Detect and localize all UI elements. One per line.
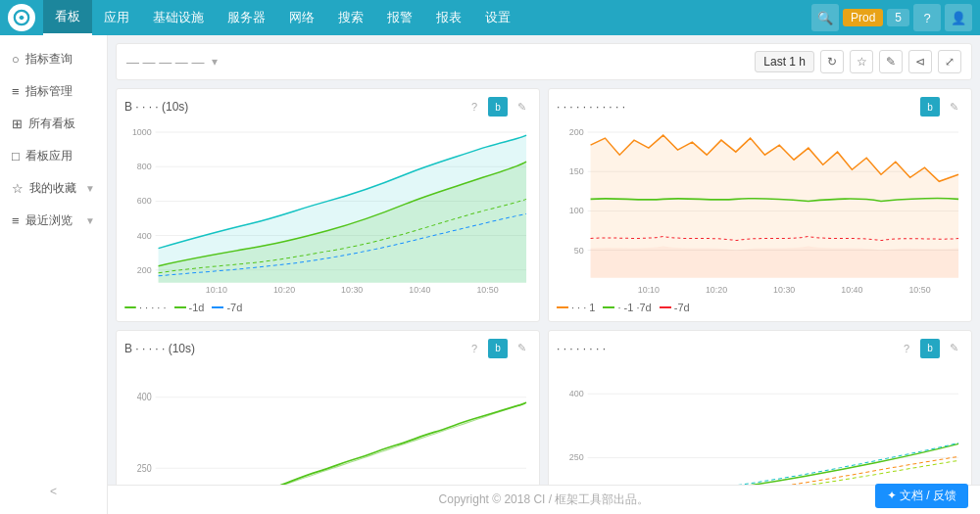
nav-item-settings[interactable]: 设置 <box>473 0 522 35</box>
legend-label: -7d <box>674 302 690 313</box>
chart-header-3: B · · · · · (10s) ? b ✎ <box>124 339 531 358</box>
legend-item: · · · 1 <box>557 302 595 313</box>
sidebar-item-label: 我的收藏 <box>29 180 79 197</box>
chart-help-button-1[interactable]: ? <box>465 97 484 117</box>
sidebar-item-all-boards[interactable]: ⊞ 所有看板 <box>0 108 107 140</box>
chart-title-3: B · · · · · (10s) <box>124 342 195 355</box>
svg-text:100: 100 <box>569 206 584 215</box>
svg-text:150: 150 <box>569 166 584 176</box>
monitor-icon: □ <box>12 149 20 164</box>
refresh-button[interactable]: ↻ <box>820 50 844 73</box>
chart-title-1: B · · · · (10s) <box>124 100 188 114</box>
share-button[interactable]: ⊲ <box>908 50 932 73</box>
chart-edit-button-4[interactable]: ✎ <box>944 339 963 358</box>
chart-title-4: · · · · · · · · <box>557 342 606 355</box>
svg-text:200: 200 <box>137 265 152 275</box>
svg-text:800: 800 <box>137 162 152 171</box>
sidebar: ○ 指标查询 ≡ 指标管理 ⊞ 所有看板 □ 看板应用 ☆ 我的收藏 ▼ ≡ 最… <box>0 35 108 514</box>
charts-grid: B · · · · (10s) ? b ✎ 1000 800 600 400 2 <box>116 88 972 514</box>
chart-legend-1: · · · · · -1d -7d <box>124 302 531 313</box>
legend-label: · -1 ·7d <box>617 302 651 313</box>
svg-text:10:30: 10:30 <box>341 285 363 295</box>
nav-item-infra[interactable]: 基础设施 <box>141 0 216 35</box>
app-layout: ○ 指标查询 ≡ 指标管理 ⊞ 所有看板 □ 看板应用 ☆ 我的收藏 ▼ ≡ 最… <box>0 35 980 514</box>
legend-color <box>603 306 614 308</box>
legend-color <box>174 306 186 308</box>
nav-item-network[interactable]: 网络 <box>277 0 326 35</box>
nav-item-alert[interactable]: 报警 <box>375 0 424 35</box>
chart-header-2: · · · · · · · · · · · b ✎ <box>557 97 963 117</box>
sidebar-item-label: 最近浏览 <box>25 212 80 229</box>
chevron-down-icon: ▼ <box>85 215 95 226</box>
chart-edit-button-2[interactable]: ✎ <box>944 97 963 117</box>
list-icon: ≡ <box>12 84 20 99</box>
sidebar-item-label: 所有看板 <box>28 116 95 132</box>
sidebar-item-board-apps[interactable]: □ 看板应用 <box>0 140 107 172</box>
sidebar-item-favorites[interactable]: ☆ 我的收藏 ▼ <box>0 172 107 205</box>
nav-item-dashboard[interactable]: 看板 <box>43 0 92 35</box>
legend-color <box>557 306 568 308</box>
legend-item: -1d <box>174 302 205 313</box>
dropdown-icon[interactable]: ▾ <box>212 55 218 69</box>
legend-color <box>660 306 671 308</box>
star-button[interactable]: ☆ <box>850 50 873 73</box>
notification-badge[interactable]: 5 <box>887 9 909 26</box>
help-button[interactable]: ? <box>913 4 941 31</box>
legend-item: -7d <box>212 302 242 313</box>
time-range-selector[interactable]: Last 1 h <box>755 51 814 72</box>
chart-actions-1: ? b ✎ <box>465 97 531 117</box>
svg-text:10:10: 10:10 <box>206 285 227 295</box>
svg-text:10:20: 10:20 <box>273 285 295 295</box>
legend-item: · -1 ·7d <box>603 302 651 313</box>
legend-label: · · · 1 <box>571 302 595 313</box>
top-nav: 看板 应用 基础设施 服务器 网络 搜索 报警 报表 设置 🔍 Prod 5 ?… <box>0 0 980 35</box>
doc-feedback-button[interactable]: ✦ 文档 / 反馈 <box>875 484 968 508</box>
chart-expand-button-4[interactable]: b <box>920 339 940 358</box>
nav-item-report[interactable]: 报表 <box>424 0 473 35</box>
recent-icon: ≡ <box>12 213 20 228</box>
nav-item-search[interactable]: 搜索 <box>326 0 375 35</box>
toolbar: — — — — — ▾ Last 1 h ↻ ☆ ✎ ⊲ ⤢ <box>116 43 972 80</box>
sidebar-item-recent[interactable]: ≡ 最近浏览 ▼ <box>0 205 107 237</box>
user-button[interactable]: 👤 <box>945 4 972 31</box>
toolbar-right: Last 1 h ↻ ☆ ✎ ⊲ ⤢ <box>755 50 961 73</box>
svg-text:600: 600 <box>137 196 152 206</box>
legend-label: · · · · · <box>139 302 167 313</box>
chart-expand-button-3[interactable]: b <box>488 339 508 358</box>
svg-text:10:30: 10:30 <box>773 285 795 295</box>
chart-edit-button-1[interactable]: ✎ <box>512 97 531 117</box>
svg-text:50: 50 <box>574 246 584 256</box>
edit-button[interactable]: ✎ <box>879 50 903 73</box>
legend-item: · · · · · <box>124 302 167 313</box>
fullscreen-button[interactable]: ⤢ <box>938 50 961 73</box>
chart-card-1: B · · · · (10s) ? b ✎ 1000 800 600 400 2 <box>116 88 540 322</box>
nav-item-server[interactable]: 服务器 <box>216 0 277 35</box>
chart-actions-4: ? b ✎ <box>897 339 963 358</box>
svg-text:1000: 1000 <box>132 127 152 137</box>
svg-text:400: 400 <box>137 391 152 402</box>
sidebar-item-metric-manage[interactable]: ≡ 指标管理 <box>0 75 107 108</box>
chart-edit-button-3[interactable]: ✎ <box>512 339 531 358</box>
legend-color <box>212 306 223 308</box>
search-button[interactable]: 🔍 <box>811 4 839 31</box>
star-icon: ☆ <box>12 181 24 196</box>
sidebar-item-label: 指标管理 <box>25 83 95 100</box>
app-logo[interactable] <box>8 4 35 31</box>
chevron-down-icon: ▼ <box>85 183 95 194</box>
svg-text:10:20: 10:20 <box>706 285 727 295</box>
chart-expand-button-2[interactable]: b <box>920 97 940 117</box>
main-content: — — — — — ▾ Last 1 h ↻ ☆ ✎ ⊲ ⤢ B · · · ·… <box>108 35 980 514</box>
chart-actions-3: ? b ✎ <box>465 339 531 358</box>
chart-expand-button-1[interactable]: b <box>488 97 508 117</box>
sidebar-collapse-button[interactable]: < <box>0 465 107 506</box>
search-icon: ○ <box>12 52 20 67</box>
dashboard-name: — — — — — <box>126 55 204 70</box>
chart-help-button-4[interactable]: ? <box>897 339 916 358</box>
chart-help-button-3[interactable]: ? <box>465 339 484 358</box>
sidebar-item-metric-query[interactable]: ○ 指标查询 <box>0 43 107 75</box>
chart-card-2: · · · · · · · · · · · b ✎ 200 150 100 50 <box>548 88 972 322</box>
chart-body-1: 1000 800 600 400 200 <box>124 120 531 298</box>
nav-item-apps[interactable]: 应用 <box>92 0 141 35</box>
footer-copyright: Copyright © 2018 CI / 框架工具部出品。 <box>439 492 650 506</box>
prod-badge[interactable]: Prod <box>843 9 883 26</box>
